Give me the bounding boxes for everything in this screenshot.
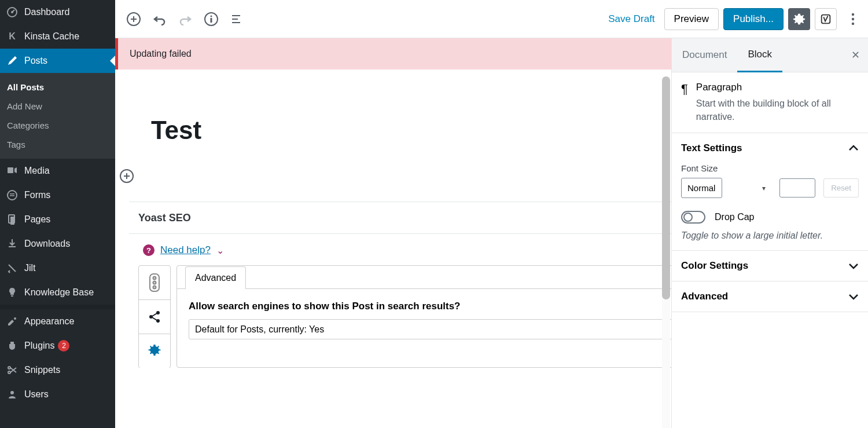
redo-button[interactable] (178, 11, 194, 27)
svg-point-12 (8, 371, 10, 374)
menu-label: Snippets (24, 365, 60, 375)
svg-point-27 (153, 286, 156, 289)
need-help-link[interactable]: Need help? (160, 244, 211, 256)
menu-media[interactable]: Media (0, 159, 115, 183)
menu-label: Downloads (24, 239, 70, 249)
tab-block[interactable]: Block (737, 38, 782, 72)
menu-kinsta-cache[interactable]: K Kinsta Cache (0, 24, 115, 49)
svg-point-26 (153, 281, 156, 284)
publish-button[interactable]: Publish... (723, 8, 784, 30)
menu-label: Forms (24, 190, 50, 200)
chevron-down-icon: ⌄ (216, 245, 224, 256)
paragraph-icon: ¶ (681, 82, 688, 123)
yoast-advanced-tab[interactable] (138, 334, 171, 368)
svg-point-25 (153, 277, 156, 280)
settings-gear-button[interactable] (788, 8, 810, 30)
menu-snippets[interactable]: Snippets (0, 358, 115, 382)
yoast-subtab-advanced[interactable]: Advanced (185, 266, 246, 289)
font-size-reset-button[interactable]: Reset (823, 178, 859, 197)
submenu-categories[interactable]: Categories (0, 116, 115, 135)
text-settings-header[interactable]: Text Settings (681, 142, 859, 154)
svg-point-17 (852, 13, 854, 15)
plugins-badge: 2 (58, 340, 69, 352)
editor: Save Draft Preview Publish... Updating f… (115, 0, 868, 428)
svg-rect-7 (10, 217, 14, 225)
menu-label: Kinsta Cache (24, 31, 79, 42)
menu-label: Plugins (24, 341, 54, 351)
font-size-input[interactable] (779, 178, 815, 197)
save-draft-button[interactable]: Save Draft (604, 9, 659, 30)
submenu-all-posts[interactable]: All Posts (0, 78, 115, 97)
svg-rect-9 (11, 295, 13, 297)
menu-dashboard[interactable]: Dashboard (0, 0, 115, 24)
drop-cap-toggle[interactable] (681, 211, 705, 224)
svg-point-14 (211, 15, 212, 17)
svg-point-13 (10, 391, 14, 394)
font-size-label: Font Size (681, 163, 859, 173)
add-block-inline-button[interactable] (120, 169, 134, 183)
menu-users[interactable]: Users (0, 382, 115, 407)
menu-label: Posts (24, 56, 47, 66)
media-icon (6, 164, 19, 177)
chevron-down-icon (848, 262, 859, 269)
appearance-icon (6, 315, 19, 328)
menu-appearance[interactable]: Appearance (0, 309, 115, 334)
undo-button[interactable] (151, 11, 167, 27)
svg-rect-5 (10, 195, 14, 196)
yoast-title: Yoast SEO (138, 212, 191, 224)
block-description: Start with the building block of all nar… (696, 97, 859, 123)
tab-document[interactable]: Document (672, 39, 737, 71)
svg-rect-4 (10, 193, 14, 195)
menu-posts[interactable]: Posts (0, 49, 115, 73)
close-settings-button[interactable]: ✕ (843, 49, 868, 61)
font-size-select[interactable]: Normal (681, 178, 722, 198)
svg-point-11 (8, 367, 10, 369)
jilt-icon (6, 262, 19, 275)
lightbulb-icon (6, 286, 19, 299)
menu-downloads[interactable]: Downloads (0, 232, 115, 256)
chevron-up-icon (848, 145, 859, 152)
info-button[interactable] (204, 12, 218, 26)
menu-pages[interactable]: Pages (0, 207, 115, 232)
dashboard-icon (6, 6, 19, 19)
yoast-toggle-button[interactable] (815, 8, 837, 30)
downloads-icon (6, 237, 19, 250)
outline-button[interactable] (229, 11, 245, 27)
preview-button[interactable]: Preview (664, 8, 719, 30)
submenu-add-new[interactable]: Add New (0, 97, 115, 116)
yoast-traffic-light-tab[interactable] (138, 265, 171, 300)
menu-label: Jilt (24, 263, 36, 273)
svg-rect-2 (8, 167, 13, 173)
settings-sidebar: Document Block ✕ ¶ Paragraph Start with … (671, 38, 868, 428)
chevron-down-icon (848, 293, 859, 300)
kinsta-icon: K (6, 30, 19, 43)
submenu-tags[interactable]: Tags (0, 135, 115, 154)
advanced-settings-header[interactable]: Advanced (681, 291, 859, 302)
menu-forms[interactable]: Forms (0, 183, 115, 207)
forms-icon (6, 189, 19, 202)
menu-label: Media (24, 166, 50, 176)
color-settings-header[interactable]: Color Settings (681, 260, 859, 272)
svg-point-10 (14, 317, 16, 320)
svg-point-1 (11, 11, 13, 13)
menu-plugins[interactable]: Plugins 2 (0, 334, 115, 358)
svg-point-19 (852, 22, 854, 24)
add-block-button[interactable] (127, 12, 141, 26)
plugins-icon (6, 339, 19, 352)
posts-icon (6, 54, 19, 67)
menu-label: Dashboard (24, 7, 69, 17)
users-icon (6, 388, 19, 401)
drop-cap-label: Drop Cap (715, 212, 754, 222)
svg-point-18 (852, 17, 854, 20)
admin-sidebar: Dashboard K Kinsta Cache Posts All Posts… (0, 0, 115, 428)
svg-rect-8 (9, 246, 16, 247)
yoast-social-tab[interactable] (138, 299, 171, 334)
snippets-icon (6, 364, 19, 376)
menu-label: Knowledge Base (24, 287, 94, 298)
drop-cap-hint: Toggle to show a large initial letter. (681, 231, 859, 241)
more-menu-button[interactable] (845, 11, 861, 27)
menu-knowledge-base[interactable]: Knowledge Base (0, 280, 115, 305)
scrollbar[interactable] (662, 76, 670, 428)
notice-message: Updating failed (130, 49, 192, 59)
menu-jilt[interactable]: Jilt (0, 256, 115, 280)
